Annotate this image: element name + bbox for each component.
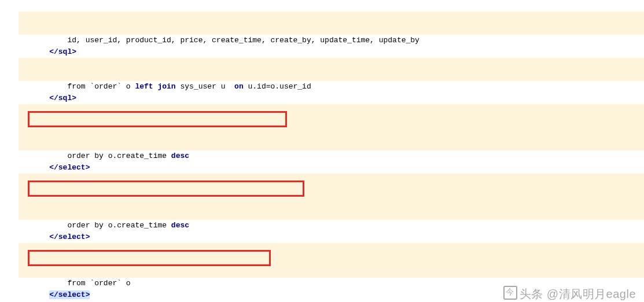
code-line[interactable]: </select> — [19, 220, 644, 231]
code-line[interactable]: <select id="findOrderByUserId" resultMap… — [19, 104, 644, 116]
code-line[interactable]: <select id="findOrderByUserIdOpt_COUNT" … — [19, 243, 644, 255]
watermark-icon — [503, 286, 517, 300]
code-line[interactable]: </sql> — [19, 81, 644, 93]
watermark: 头条 @清风明月eagle — [503, 286, 636, 300]
code-line[interactable]: <!-- 通用查询结果列 --> — [19, 0, 644, 12]
code-line[interactable]: id, user_id, product_id, price, create_t… — [19, 23, 644, 35]
code-line[interactable]: order by o.create_time desc — [19, 139, 644, 150]
blank-line[interactable] — [19, 46, 644, 58]
code-line[interactable]: </select> — [19, 150, 644, 162]
code-line[interactable]: order by o.create_time desc — [19, 208, 644, 220]
code-line[interactable]: from `order` o left join sys_user u on u… — [19, 69, 644, 81]
code-line[interactable]: <select id="findOrderByUserIdOpt" result… — [19, 174, 644, 185]
code-line[interactable]: </sql> — [19, 35, 644, 46]
blank-line[interactable] — [19, 93, 644, 104]
code-line[interactable]: select u.user_name,u.telephone, o.id, o.… — [19, 185, 644, 197]
code-line[interactable]: <sql id="findOrderByUserId_from_where" > — [19, 58, 644, 69]
code-line[interactable]: select u.user_name,u.telephone, o.id, o.… — [19, 116, 644, 127]
blank-line[interactable] — [19, 162, 644, 174]
watermark-text: 头条 @清风明月eagle — [520, 288, 636, 300]
code-line[interactable]: <include refid="findOrderByUserId_from_w… — [19, 127, 644, 139]
code-line[interactable]: <sql id="Base_Column_List"> — [19, 12, 644, 23]
code-line[interactable]: <include refid="findOrderByUserId_from_w… — [19, 197, 644, 208]
code-editor[interactable]: <!-- 通用查询结果列 --> <sql id="Base_Column_Li… — [0, 0, 644, 289]
tag-close: </select> — [49, 290, 90, 299]
code-line[interactable]: select count(1) — [19, 255, 644, 266]
blank-line[interactable] — [19, 231, 644, 243]
code-line[interactable]: from `order` o — [19, 266, 644, 278]
